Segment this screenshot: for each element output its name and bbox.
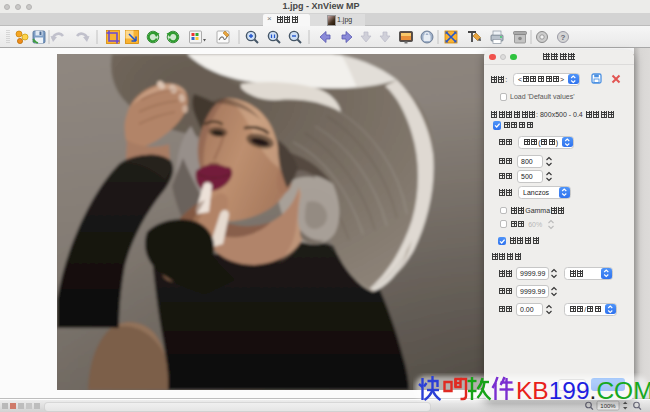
- svg-text:KB199.COM: KB199.COM: [516, 377, 650, 404]
- svg-text:?: ?: [561, 33, 566, 42]
